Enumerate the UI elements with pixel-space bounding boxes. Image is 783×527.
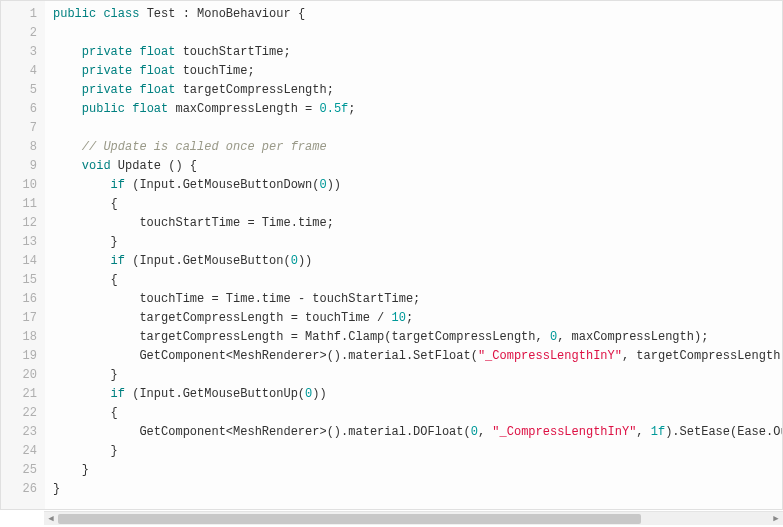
line-number: 12 <box>1 214 37 233</box>
code-line[interactable]: } <box>53 366 782 385</box>
token-punct: ); <box>694 330 708 344</box>
token-id: Mathf <box>305 330 341 344</box>
code-area[interactable]: public class Test : MonoBehaviour { priv… <box>45 1 782 509</box>
code-line[interactable]: } <box>53 461 782 480</box>
code-line[interactable]: } <box>53 442 782 461</box>
token-punct: = <box>247 216 254 230</box>
code-line[interactable]: touchStartTime = Time.time; <box>53 214 782 233</box>
token-punct: , <box>536 330 543 344</box>
token-id: Test <box>147 7 176 21</box>
code-line[interactable]: void Update () { <box>53 157 782 176</box>
token-punct: ; <box>348 102 355 116</box>
code-line[interactable]: if (Input.GetMouseButton(0)) <box>53 252 782 271</box>
scroll-right-arrow-icon[interactable]: ▶ <box>769 512 783 526</box>
code-line[interactable]: if (Input.GetMouseButtonDown(0)) <box>53 176 782 195</box>
code-line[interactable]: } <box>53 480 782 499</box>
token-id: touchTime <box>139 292 204 306</box>
scroll-left-arrow-icon[interactable]: ◀ <box>44 512 58 526</box>
code-line[interactable]: } <box>53 233 782 252</box>
token-num: 0 <box>291 254 298 268</box>
token-kw: if <box>111 178 125 192</box>
token-id: GetMouseButtonDown <box>183 178 313 192</box>
token-id: Ease <box>737 425 766 439</box>
token-cmt: // Update is called once per frame <box>82 140 327 154</box>
line-number: 15 <box>1 271 37 290</box>
token-punct: } <box>53 482 60 496</box>
token-id: GetComponent <box>139 349 225 363</box>
code-line[interactable]: private float touchTime; <box>53 62 782 81</box>
token-id: material <box>348 425 406 439</box>
token-punct: . <box>406 349 413 363</box>
token-id: maxCompressLength <box>572 330 694 344</box>
code-line[interactable]: { <box>53 404 782 423</box>
code-line[interactable]: GetComponent<MeshRenderer>().material.DO… <box>53 423 782 442</box>
token-punct: ( <box>384 330 391 344</box>
token-num: 10 <box>391 311 405 325</box>
line-number: 26 <box>1 480 37 499</box>
code-line[interactable]: private float touchStartTime; <box>53 43 782 62</box>
token-punct: ( <box>298 387 305 401</box>
token-id: Input <box>139 178 175 192</box>
code-line[interactable]: if (Input.GetMouseButtonUp(0)) <box>53 385 782 404</box>
line-number: 7 <box>1 119 37 138</box>
token-punct: ; <box>327 83 334 97</box>
token-id: MeshRenderer <box>233 349 319 363</box>
token-id: SetFloat <box>413 349 471 363</box>
code-line[interactable]: { <box>53 271 782 290</box>
token-punct: , <box>622 349 629 363</box>
token-punct: ( <box>283 254 290 268</box>
line-number: 2 <box>1 24 37 43</box>
token-punct: ; <box>406 311 413 325</box>
token-kw: class <box>103 7 139 21</box>
token-punct: ; <box>247 64 254 78</box>
token-punct: { <box>111 197 118 211</box>
token-punct: . <box>175 387 182 401</box>
code-line[interactable]: { <box>53 195 782 214</box>
token-type: float <box>132 102 168 116</box>
horizontal-scrollbar[interactable]: ◀ ▶ <box>44 511 783 525</box>
code-line[interactable]: public float maxCompressLength = 0.5f; <box>53 100 782 119</box>
token-str: "_CompressLengthInY" <box>492 425 636 439</box>
token-punct: { <box>111 273 118 287</box>
token-kw: void <box>82 159 111 173</box>
code-line[interactable]: touchTime = Time.time - touchStartTime; <box>53 290 782 309</box>
token-punct: = <box>305 102 312 116</box>
token-id: targetCompressLength <box>636 349 780 363</box>
code-line[interactable]: targetCompressLength = touchTime / 10; <box>53 309 782 328</box>
code-line[interactable]: targetCompressLength = Mathf.Clamp(targe… <box>53 328 782 347</box>
line-number: 18 <box>1 328 37 347</box>
line-number: 9 <box>1 157 37 176</box>
token-str: "_CompressLengthInY" <box>478 349 622 363</box>
code-line[interactable] <box>53 119 782 138</box>
token-punct: / <box>377 311 384 325</box>
code-line[interactable] <box>53 24 782 43</box>
token-kw: private <box>82 45 132 59</box>
token-punct: )) <box>327 178 341 192</box>
token-id: targetCompressLength <box>392 330 536 344</box>
token-punct: ; <box>327 216 334 230</box>
token-id: DOFloat <box>413 425 463 439</box>
code-line[interactable]: // Update is called once per frame <box>53 138 782 157</box>
code-line[interactable]: GetComponent<MeshRenderer>().material.Se… <box>53 347 782 366</box>
token-punct: )) <box>298 254 312 268</box>
scrollbar-track[interactable] <box>58 512 769 525</box>
token-id: touchStartTime <box>183 45 284 59</box>
token-num: 0 <box>471 425 478 439</box>
token-punct: )) <box>312 387 326 401</box>
token-id: GetMouseButton <box>183 254 284 268</box>
line-number: 6 <box>1 100 37 119</box>
token-id: touchTime <box>305 311 370 325</box>
token-punct: < <box>226 425 233 439</box>
token-num: 1f <box>651 425 665 439</box>
token-punct: . <box>255 292 262 306</box>
line-number: 11 <box>1 195 37 214</box>
code-line[interactable]: private float targetCompressLength; <box>53 81 782 100</box>
token-id: OutElastic <box>773 425 782 439</box>
code-editor: 1234567891011121314151617181920212223242… <box>0 0 783 510</box>
code-line[interactable]: public class Test : MonoBehaviour { <box>53 5 782 24</box>
scrollbar-thumb[interactable] <box>58 514 641 524</box>
token-id: touchStartTime <box>312 292 413 306</box>
line-number: 17 <box>1 309 37 328</box>
token-id: time <box>262 292 291 306</box>
token-id: MeshRenderer <box>233 425 319 439</box>
